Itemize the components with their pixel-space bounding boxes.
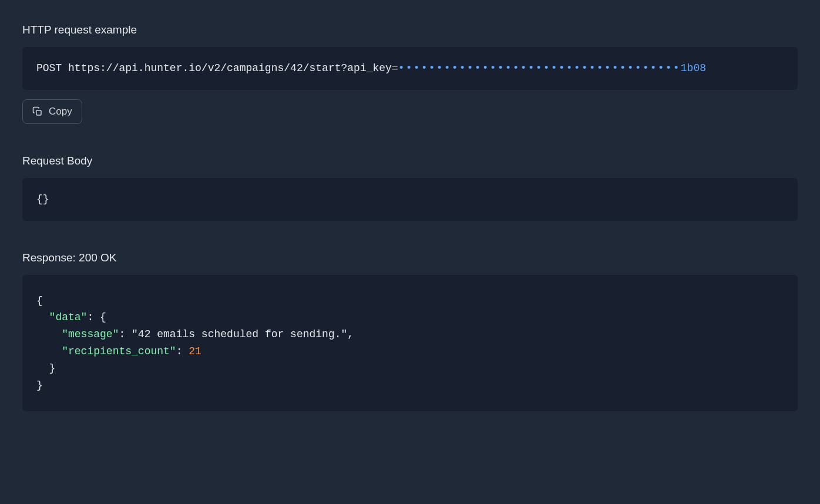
json-key-recipients: "recipients_count" (62, 345, 176, 357)
json-brace-close-inner: } (49, 362, 56, 374)
request-body-code-block: {} (22, 178, 798, 221)
json-colon: : (119, 328, 132, 340)
json-colon: : (176, 345, 189, 357)
http-method: POST (36, 62, 68, 74)
json-colon: : { (87, 311, 106, 323)
http-request-title: HTTP request example (22, 23, 798, 36)
request-body-title: Request Body (22, 154, 798, 167)
http-request-code-block: POST https://api.hunter.io/v2/campaigns/… (22, 47, 798, 90)
copy-icon (32, 106, 43, 117)
json-brace-close-outer: } (36, 379, 43, 391)
response-code-block: { "data": { "message": "42 emails schedu… (22, 275, 798, 412)
response-section: Response: 200 OK { "data": { "message": … (22, 251, 798, 412)
response-title: Response: 200 OK (22, 251, 798, 264)
http-request-section: HTTP request example POST https://api.hu… (22, 23, 798, 124)
json-brace-open: { (36, 295, 43, 307)
json-value-message: "42 emails scheduled for sending." (132, 328, 347, 340)
api-key-suffix: 1b08 (681, 62, 706, 74)
copy-button[interactable]: Copy (22, 99, 82, 124)
json-key-message: "message" (62, 328, 119, 340)
json-comma: , (347, 328, 354, 340)
request-body-section: Request Body {} (22, 154, 798, 221)
json-value-recipients: 21 (189, 345, 201, 357)
json-key-data: "data" (49, 311, 88, 323)
copy-label: Copy (49, 106, 72, 117)
http-url: https://api.hunter.io/v2/campaigns/42/st… (68, 62, 398, 74)
request-body-content: {} (36, 193, 49, 205)
api-key-masked: ••••••••••••••••••••••••••••••••••••• (398, 62, 681, 74)
svg-rect-0 (36, 110, 41, 115)
